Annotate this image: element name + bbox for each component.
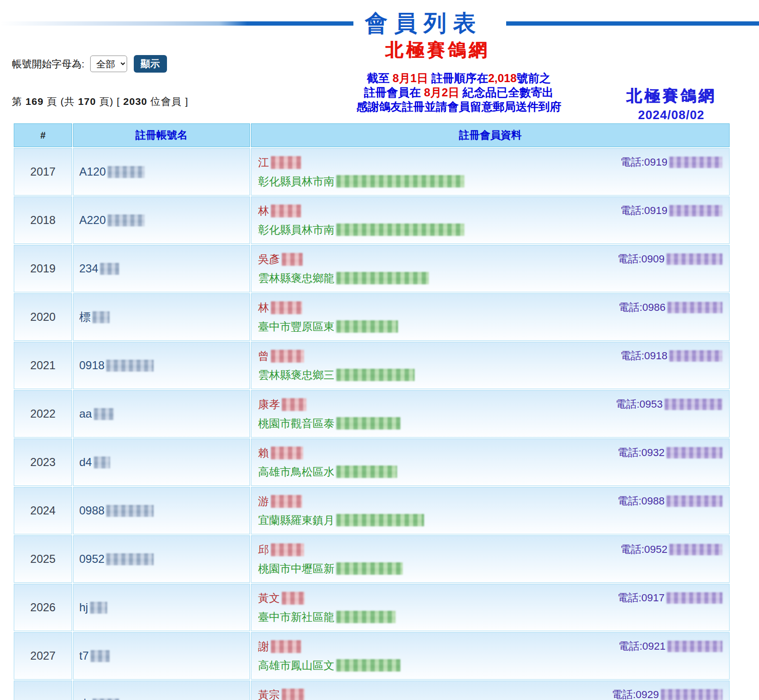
phone-wrap: 電話:0932 bbox=[618, 446, 722, 460]
redacted-phone bbox=[666, 592, 722, 604]
redacted-phone bbox=[666, 447, 722, 458]
member-id-cell: 2026 bbox=[14, 584, 72, 631]
redacted-name bbox=[271, 205, 301, 217]
redacted-name bbox=[282, 398, 306, 411]
phone-number: 電話:0986 bbox=[619, 300, 666, 315]
page-info-top: 第 169 頁 (共 170 頁) [ 2030 位會員 ] bbox=[12, 95, 188, 108]
phone-number: 電話:0909 bbox=[618, 252, 665, 266]
account-prefix: 0918 bbox=[79, 359, 104, 372]
phone-wrap: 電話:0917 bbox=[618, 591, 722, 605]
member-info-line2: 宜蘭縣羅東鎮月 bbox=[258, 513, 722, 528]
redacted-name bbox=[271, 495, 302, 508]
member-name: 邱 bbox=[258, 542, 269, 557]
member-id-cell: 2025 bbox=[14, 535, 72, 583]
notice-line: 感謝鴿友註冊並請會員留意郵局送件到府 bbox=[326, 100, 592, 114]
table-row: 20210918曾電話:0918雲林縣褒忠鄉三 bbox=[14, 342, 730, 389]
member-info-cell: 賴電話:0932高雄市鳥松區水 bbox=[251, 439, 730, 486]
member-info-line1: 康孝電話:0953 bbox=[258, 397, 722, 412]
redacted-name bbox=[282, 689, 305, 700]
member-address: 臺中市新社區龍 bbox=[258, 610, 334, 625]
member-info-cell: 邱電話:0952桃園市中壢區新 bbox=[251, 535, 730, 583]
notice-line: 截至 8月1日 註冊順序在2,018號前之 bbox=[326, 71, 592, 85]
account-prefix: 0952 bbox=[79, 552, 104, 565]
member-info-cell: 江電話:0919彰化縣員林市南 bbox=[251, 148, 730, 196]
phone-wrap: 電話:0929 bbox=[612, 688, 722, 700]
table-header-row: # 註冊帳號名 註冊會員資料 bbox=[14, 123, 730, 147]
redacted-account bbox=[93, 311, 110, 323]
masthead: 會員列表 北極賽鴿網 帳號開始字母為: 全部 顯示 截至 8月1日 註冊順序在2… bbox=[0, 0, 759, 122]
phone-number: 電話:0988 bbox=[618, 494, 665, 508]
header-number: # bbox=[14, 123, 72, 147]
redacted-address bbox=[336, 514, 424, 526]
redacted-address bbox=[336, 320, 398, 333]
table-row: 20240988游電話:0988宜蘭縣羅東鎮月 bbox=[14, 487, 730, 534]
phone-number: 電話:0952 bbox=[620, 542, 667, 557]
notice-line: 註冊會員在 8月2日 紀念品已全數寄出 bbox=[326, 85, 592, 100]
redacted-account bbox=[94, 408, 114, 420]
redacted-name bbox=[271, 447, 303, 459]
redacted-address bbox=[336, 224, 464, 236]
letter-filter-select[interactable]: 全部 bbox=[90, 56, 127, 72]
account-filter: 帳號開始字母為: 全部 顯示 bbox=[12, 55, 167, 73]
site-date: 2024/08/02 bbox=[617, 108, 726, 122]
phone-number: 電話:0932 bbox=[618, 446, 665, 460]
member-info-line1: 林電話:0919 bbox=[258, 204, 722, 218]
table-row: 20250952邱電話:0952桃園市中壢區新 bbox=[14, 535, 730, 583]
member-name: 曾 bbox=[258, 349, 269, 364]
account-cell: 0988 bbox=[73, 487, 250, 534]
phone-wrap: 電話:0988 bbox=[618, 494, 722, 508]
member-info-line1: 林電話:0986 bbox=[258, 300, 722, 315]
phone-wrap: 電話:0919 bbox=[620, 204, 722, 218]
redacted-account bbox=[106, 505, 154, 517]
member-id-cell: 2021 bbox=[14, 342, 72, 389]
member-info-line1: 謝電話:0921 bbox=[258, 639, 722, 654]
member-info-line1: 賴電話:0932 bbox=[258, 446, 722, 460]
account-cell: 標 bbox=[73, 293, 250, 341]
title-row: 會員列表 bbox=[0, 0, 759, 44]
show-button[interactable]: 顯示 bbox=[134, 55, 167, 73]
member-info-line2: 臺中市豐原區東 bbox=[258, 319, 722, 334]
member-id-cell: 2023 bbox=[14, 439, 72, 486]
member-info-line2: 桃園市觀音區泰 bbox=[258, 416, 722, 431]
site-logo-right: 北極賽鴿網 2024/08/02 bbox=[617, 85, 726, 122]
account-cell: hj bbox=[73, 584, 250, 631]
member-address: 彰化縣員林市南 bbox=[258, 174, 334, 189]
member-table: # 註冊帳號名 註冊會員資料 2017A120江電話:0919彰化縣員林市南20… bbox=[13, 122, 731, 700]
member-id-cell: 2019 bbox=[14, 245, 72, 292]
member-address: 雲林縣褒忠鄉龍 bbox=[258, 271, 334, 286]
member-info-line2: 雲林縣褒忠鄉三 bbox=[258, 368, 722, 383]
account-prefix: 標 bbox=[79, 310, 91, 323]
account-prefix: 0988 bbox=[79, 504, 104, 517]
redacted-address bbox=[336, 466, 397, 478]
member-info-line2: 臺中市新社區龍 bbox=[258, 610, 722, 625]
redacted-address bbox=[336, 175, 464, 187]
account-prefix: hj bbox=[79, 601, 88, 614]
account-cell: aa bbox=[73, 390, 250, 438]
member-address: 高雄市鳥松區水 bbox=[258, 465, 334, 479]
title-rule-right bbox=[506, 21, 759, 26]
redacted-address bbox=[336, 272, 429, 284]
account-cell: d4 bbox=[73, 439, 250, 486]
table-row: 2019234吳彥電話:0909雲林縣褒忠鄉龍 bbox=[14, 245, 730, 292]
member-id-cell: 2022 bbox=[14, 390, 72, 438]
phone-wrap: 電話:0909 bbox=[618, 252, 722, 266]
member-name: 林 bbox=[258, 204, 269, 218]
redacted-phone bbox=[665, 399, 722, 410]
redacted-address bbox=[336, 562, 403, 575]
table-row: 2028大黃宗電話:0929彰化縣伸港鄉文 bbox=[14, 681, 730, 700]
member-id-cell: 2020 bbox=[14, 293, 72, 341]
redacted-phone bbox=[666, 253, 722, 265]
redacted-account bbox=[106, 553, 154, 565]
redacted-account bbox=[100, 263, 119, 275]
table-row: 2027t7謝電話:0921高雄市鳳山區文 bbox=[14, 632, 730, 680]
phone-wrap: 電話:0919 bbox=[620, 155, 722, 169]
site-logo-red: 北極賽鴿網 bbox=[385, 38, 490, 62]
phone-number: 電話:0953 bbox=[616, 397, 663, 411]
member-info-line1: 曾電話:0918 bbox=[258, 349, 722, 364]
member-name: 謝 bbox=[258, 639, 269, 654]
filter-label: 帳號開始字母為: bbox=[12, 57, 84, 71]
account-prefix: t7 bbox=[79, 649, 89, 662]
member-info-cell: 吳彥電話:0909雲林縣褒忠鄉龍 bbox=[251, 245, 730, 292]
phone-wrap: 電話:0921 bbox=[619, 639, 722, 653]
account-cell: t7 bbox=[73, 632, 250, 680]
